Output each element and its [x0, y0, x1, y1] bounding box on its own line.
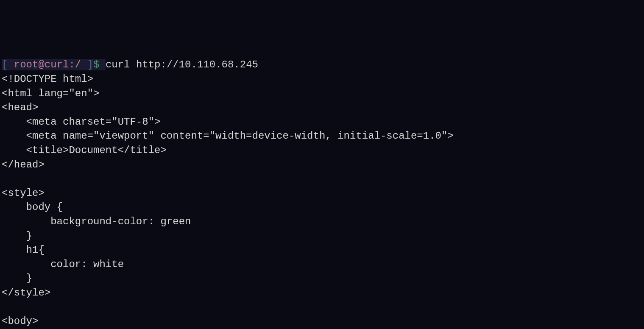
terminal-window[interactable]: [ root@curl:/ ]$ curl http://10.110.68.2… — [0, 57, 644, 329]
command-input[interactable]: curl http://10.110.68.245 — [106, 59, 258, 70]
output-line-14: color: white — [2, 259, 124, 270]
output-line-16: </style> — [2, 287, 50, 298]
prompt-bracket-close: ] — [81, 59, 93, 70]
output-line-10: body { — [2, 201, 63, 213]
prompt-bracket-open: [ — [2, 59, 14, 70]
output-line-5: <meta name="viewport" content="width=dev… — [2, 130, 454, 142]
prompt-1: [ root@curl:/ ]$ — [2, 59, 106, 70]
output-line-9: <style> — [2, 187, 45, 199]
output-line-12: } — [2, 230, 32, 242]
prompt-path: / — [75, 59, 81, 70]
prompt-host: curl — [45, 59, 69, 70]
prompt-at: @ — [38, 59, 44, 70]
output-line-7: </head> — [2, 159, 45, 170]
output-line-6: <title>Document</title> — [2, 145, 167, 156]
prompt-dollar: $ — [93, 59, 106, 70]
output-line-3: <head> — [2, 102, 38, 113]
prompt-colon: : — [69, 59, 75, 70]
prompt-user: root — [14, 59, 39, 70]
output-line-4: <meta charset="UTF-8"> — [2, 116, 160, 128]
output-line-15: } — [2, 273, 32, 284]
output-line-2: <html lang="en"> — [2, 88, 99, 99]
output-line-13: h1{ — [2, 244, 45, 256]
output-line-11: background-color: green — [2, 216, 191, 227]
output-line-1: <!DOCTYPE html> — [2, 73, 93, 85]
output-line-18: <body> — [2, 315, 38, 327]
